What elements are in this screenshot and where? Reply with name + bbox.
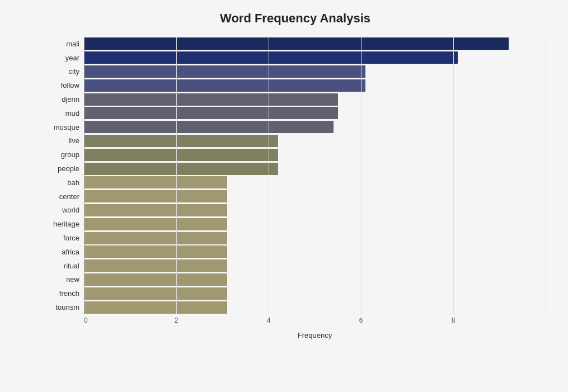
bar-row: tourism bbox=[45, 300, 546, 314]
bar bbox=[84, 121, 334, 133]
bar-row: french bbox=[45, 286, 546, 300]
bar-label: ritual bbox=[45, 262, 84, 270]
bar-row: mali bbox=[45, 37, 546, 51]
bar bbox=[84, 273, 227, 286]
bar-row: bah bbox=[45, 176, 546, 190]
bar-track bbox=[84, 51, 546, 65]
bar bbox=[84, 232, 227, 244]
x-tick: 0 bbox=[84, 317, 88, 324]
bar-row: mosque bbox=[45, 120, 546, 134]
bar-label: africa bbox=[45, 248, 84, 256]
bar-track bbox=[84, 245, 546, 259]
x-tick: 8 bbox=[452, 317, 456, 324]
bar-label: heritage bbox=[45, 220, 84, 228]
x-axis: 02468 bbox=[84, 317, 546, 328]
bar bbox=[84, 301, 227, 314]
bar bbox=[84, 190, 227, 202]
bar bbox=[84, 51, 458, 64]
bar-row: new bbox=[45, 273, 546, 287]
bar-label: group bbox=[45, 150, 84, 159]
bar-label: bah bbox=[45, 178, 84, 187]
bar bbox=[84, 204, 227, 216]
bar-label: mud bbox=[45, 109, 84, 117]
bar-label: force bbox=[45, 234, 84, 242]
bar bbox=[84, 287, 227, 300]
bar-row: center bbox=[45, 190, 546, 204]
bar-label: french bbox=[45, 289, 84, 297]
bar-track bbox=[84, 148, 546, 162]
bar-track bbox=[84, 92, 546, 106]
bar-row: ritual bbox=[45, 259, 546, 273]
bar-row: africa bbox=[45, 245, 546, 259]
bar-label: people bbox=[45, 164, 84, 173]
bar bbox=[84, 37, 509, 50]
bar-row: year bbox=[45, 51, 546, 65]
bar bbox=[84, 259, 227, 272]
bars-section: maliyearcityfollowdjennmudmosquelivegrou… bbox=[45, 37, 546, 314]
bar-label: mali bbox=[45, 40, 84, 48]
bar-label: city bbox=[45, 67, 84, 75]
bar-track bbox=[84, 273, 546, 287]
bar-track bbox=[84, 106, 546, 120]
bar-track bbox=[84, 300, 546, 314]
bar-row: world bbox=[45, 204, 546, 218]
bar-row: live bbox=[45, 134, 546, 148]
bar-row: follow bbox=[45, 78, 546, 92]
bar-row: force bbox=[45, 231, 546, 245]
bar-row: city bbox=[45, 65, 546, 79]
chart-area: maliyearcityfollowdjennmudmosquelivegrou… bbox=[45, 37, 546, 339]
bar-track bbox=[84, 286, 546, 300]
grid-line bbox=[546, 37, 546, 314]
bar-track bbox=[84, 176, 546, 190]
bar-track bbox=[84, 134, 546, 148]
bar bbox=[84, 149, 278, 161]
bar bbox=[84, 135, 278, 147]
bar-row: djenn bbox=[45, 92, 546, 106]
bar bbox=[84, 245, 227, 258]
bar bbox=[84, 218, 227, 230]
x-axis-label: Frequency bbox=[84, 331, 546, 339]
bar-track bbox=[84, 190, 546, 204]
bar bbox=[84, 163, 278, 175]
bar bbox=[84, 93, 338, 106]
x-tick: 2 bbox=[175, 317, 179, 324]
bar-track bbox=[84, 65, 546, 79]
bar-label: center bbox=[45, 192, 84, 201]
bar-track bbox=[84, 37, 546, 51]
bar-row: people bbox=[45, 162, 546, 176]
bar-track bbox=[84, 217, 546, 231]
chart-container: Word Frequency Analysis maliyearcityfoll… bbox=[0, 0, 568, 392]
bar-track bbox=[84, 259, 546, 273]
bar bbox=[84, 79, 365, 92]
bar-label: follow bbox=[45, 81, 84, 89]
bar-row: heritage bbox=[45, 217, 546, 231]
bar-row: group bbox=[45, 148, 546, 162]
bar-label: live bbox=[45, 136, 84, 145]
x-tick: 6 bbox=[359, 317, 363, 324]
chart-title: Word Frequency Analysis bbox=[45, 11, 546, 26]
bar-label: djenn bbox=[45, 95, 84, 103]
bar-track bbox=[84, 162, 546, 176]
x-tick: 4 bbox=[267, 317, 271, 324]
bar-track bbox=[84, 78, 546, 92]
bar-row: mud bbox=[45, 106, 546, 120]
bar bbox=[84, 176, 227, 188]
bar-label: mosque bbox=[45, 123, 84, 131]
bar bbox=[84, 107, 338, 119]
bar-track bbox=[84, 204, 546, 218]
bar-track bbox=[84, 120, 546, 134]
bar-label: world bbox=[45, 206, 84, 214]
bar-track bbox=[84, 231, 546, 245]
bar-label: year bbox=[45, 54, 84, 62]
bar-label: new bbox=[45, 275, 84, 284]
bar-label: tourism bbox=[45, 303, 84, 311]
bar bbox=[84, 65, 365, 78]
